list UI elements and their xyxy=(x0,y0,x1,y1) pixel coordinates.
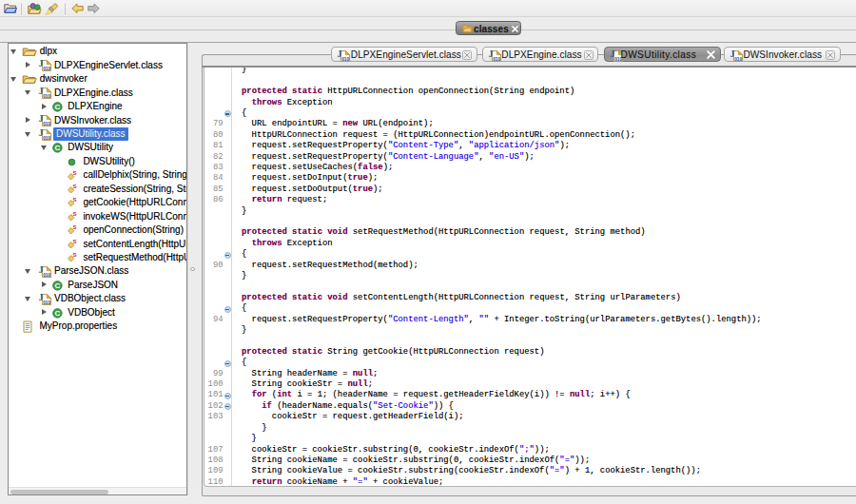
svg-text:S: S xyxy=(73,184,77,189)
svg-text:S: S xyxy=(73,253,77,259)
svg-text:010: 010 xyxy=(43,135,50,140)
svg-text:C: C xyxy=(54,144,60,152)
svg-text:C: C xyxy=(54,281,60,290)
svg-text:010: 010 xyxy=(493,57,500,62)
svg-text:010: 010 xyxy=(43,67,50,71)
svg-text:010: 010 xyxy=(43,300,50,305)
svg-text:S: S xyxy=(73,225,77,231)
svg-text:010: 010 xyxy=(734,57,742,62)
svg-text:010: 010 xyxy=(43,273,50,278)
svg-text:S: S xyxy=(73,198,77,204)
svg-text:010: 010 xyxy=(341,57,349,62)
svg-text:S: S xyxy=(73,211,77,217)
svg-text:S: S xyxy=(73,239,77,244)
svg-text:S: S xyxy=(73,170,77,176)
svg-text:010: 010 xyxy=(43,122,50,126)
svg-text:C: C xyxy=(54,103,60,111)
svg-text:010: 010 xyxy=(43,94,50,99)
svg-text:C: C xyxy=(54,309,60,318)
